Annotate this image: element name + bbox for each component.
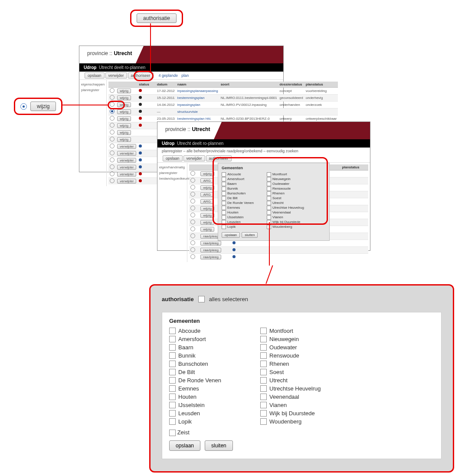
- row-radio[interactable]: [190, 178, 195, 183]
- gemeente-checkbox[interactable]: [169, 361, 176, 367]
- gemeente-option[interactable]: Bunnik: [169, 352, 221, 359]
- row-action-button[interactable]: wijzig: [117, 109, 131, 114]
- row-action-button[interactable]: verwijder: [117, 151, 136, 156]
- gemeente-checkbox[interactable]: [260, 394, 267, 400]
- row-radio[interactable]: [190, 254, 195, 259]
- row-radio[interactable]: [110, 171, 115, 176]
- gemeente-checkbox[interactable]: [222, 225, 226, 229]
- row-radio[interactable]: [190, 227, 195, 231]
- row-radio[interactable]: [110, 144, 115, 148]
- gemeente-checkbox[interactable]: [260, 352, 267, 359]
- gemeente-option[interactable]: Soest: [260, 369, 321, 375]
- row-link[interactable]: bestemmingsplan: [177, 96, 205, 100]
- row-radio[interactable]: [110, 178, 115, 183]
- row-radio[interactable]: [190, 213, 195, 217]
- row-radio[interactable]: [110, 158, 115, 162]
- gemeente-option[interactable]: IJsselstein: [169, 402, 221, 408]
- gemeente-checkbox[interactable]: [260, 369, 267, 375]
- gemeente-option[interactable]: Utrecht: [260, 377, 321, 384]
- gemeente-checkbox[interactable]: [169, 385, 176, 392]
- row-action-button[interactable]: wijzig: [117, 89, 131, 93]
- row-link[interactable]: structuurvisie: [177, 110, 198, 114]
- gemeente-checkbox[interactable]: [169, 377, 176, 384]
- row-action-button[interactable]: wijzig: [117, 95, 131, 100]
- row-action-button[interactable]: wijzig: [117, 130, 131, 135]
- row-action-button[interactable]: wijzig: [117, 137, 131, 142]
- popup-close-button[interactable]: sluiten: [242, 232, 258, 238]
- gemeente-checkbox[interactable]: [169, 328, 176, 334]
- gemeente-checkbox[interactable]: [260, 328, 267, 334]
- row-radio[interactable]: [110, 88, 115, 93]
- row-action-button[interactable]: ARG: [200, 178, 213, 183]
- gemeente-option[interactable]: Oudewater: [260, 344, 321, 351]
- row-radio[interactable]: [110, 151, 115, 155]
- row-radio[interactable]: [190, 206, 195, 210]
- gemeente-option[interactable]: Leusden: [169, 410, 221, 417]
- row-radio[interactable]: [190, 233, 195, 238]
- gemeente-option[interactable]: Wijk bij Duurstede: [260, 410, 321, 417]
- gemeente-option[interactable]: Montfoort: [260, 328, 321, 334]
- row-link[interactable]: bestemmingsplan hfd.: [177, 117, 211, 121]
- gemeente-checkbox[interactable]: [260, 402, 267, 408]
- row-action-button[interactable]: wijzig: [117, 123, 131, 128]
- row-action-button[interactable]: raadpleeg: [200, 248, 221, 253]
- row-radio[interactable]: [190, 220, 195, 224]
- row-radio[interactable]: [190, 185, 195, 190]
- gemeente-option[interactable]: Bunschoten: [169, 361, 221, 367]
- row-action-button[interactable]: wijzig: [200, 227, 214, 232]
- row-action-button[interactable]: raadpleeg: [200, 241, 221, 246]
- gemeente-checkbox[interactable]: [169, 394, 176, 400]
- gemeente-checkbox[interactable]: [260, 377, 267, 384]
- gemeente-checkbox[interactable]: [169, 430, 176, 436]
- row-link[interactable]: inpassingsplanaanpassing: [177, 89, 218, 93]
- gemeente-checkbox[interactable]: [169, 369, 176, 375]
- gemeente-checkbox[interactable]: [169, 352, 176, 359]
- row-action-button[interactable]: verwijder: [117, 144, 136, 149]
- row-radio[interactable]: [110, 123, 115, 128]
- row-action-button[interactable]: verwijder: [117, 179, 136, 184]
- row-action-button[interactable]: raadpleeg: [200, 255, 221, 259]
- row-radio[interactable]: [190, 199, 195, 204]
- row-radio[interactable]: [110, 137, 115, 141]
- gemeente-option[interactable]: Utrechtse Heuvelrug: [260, 385, 321, 392]
- gemeente-option[interactable]: Veenendaal: [260, 394, 321, 400]
- gemeente-checkbox[interactable]: [260, 344, 267, 351]
- gemeente-option[interactable]: Baarn: [169, 344, 221, 351]
- row-action-button[interactable]: verwijder: [117, 165, 136, 170]
- gemeente-option[interactable]: Woudenberg: [260, 418, 321, 425]
- row-action-button[interactable]: ARG: [200, 192, 213, 197]
- delete-button[interactable]: verwijder: [105, 72, 127, 79]
- save-button[interactable]: opslaan: [85, 72, 105, 79]
- row-radio[interactable]: [190, 192, 195, 197]
- gemeente-option[interactable]: Lopik: [169, 418, 221, 425]
- gemeente-option[interactable]: Nieuwegein: [260, 336, 321, 342]
- row-radio[interactable]: [110, 164, 115, 169]
- gemeente-option[interactable]: De Bilt: [169, 369, 221, 375]
- delete-button[interactable]: verwijder: [183, 155, 205, 161]
- row-radio[interactable]: [110, 116, 115, 121]
- gemeente-checkbox[interactable]: [169, 344, 176, 351]
- gemeente-option[interactable]: Rhenen: [260, 361, 321, 367]
- save-button[interactable]: opslaan: [169, 440, 200, 451]
- close-button[interactable]: sluiten: [205, 440, 233, 451]
- gemeente-checkbox[interactable]: [260, 385, 267, 392]
- row-radio[interactable]: [190, 247, 195, 252]
- gemeente-option[interactable]: Abcoude: [169, 328, 221, 334]
- row-action-button[interactable]: verwijder: [117, 172, 136, 177]
- row-link[interactable]: inpassingsplan: [177, 103, 200, 107]
- row-action-button[interactable]: wijzig: [117, 116, 131, 121]
- row-radio[interactable]: [110, 109, 115, 114]
- row-action-button[interactable]: verwijder: [117, 158, 136, 163]
- gemeente-option[interactable]: Houten: [169, 394, 221, 400]
- row-radio[interactable]: [190, 171, 195, 176]
- gemeente-checkbox[interactable]: [260, 418, 267, 425]
- gemeente-option[interactable]: Renswoude: [260, 352, 321, 359]
- gemeente-option[interactable]: Vianen: [260, 402, 321, 408]
- gemeente-checkbox[interactable]: [169, 336, 176, 342]
- row-radio[interactable]: [110, 130, 115, 135]
- gemeente-option[interactable]: De Ronde Venen: [169, 377, 221, 384]
- gemeente-option[interactable]: Eemnes: [169, 385, 221, 392]
- gemeente-checkbox[interactable]: [260, 361, 267, 367]
- gemeente-checkbox[interactable]: [260, 410, 267, 417]
- row-action-button[interactable]: ARG: [200, 199, 213, 204]
